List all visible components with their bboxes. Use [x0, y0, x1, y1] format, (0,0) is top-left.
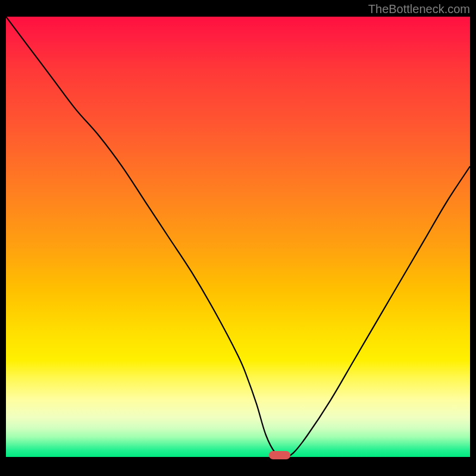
- plot-area: [6, 17, 470, 457]
- minimum-marker: [269, 451, 290, 459]
- curve-layer: [6, 17, 470, 457]
- bottleneck-curve: [6, 17, 470, 457]
- watermark-text: TheBottleneck.com: [368, 2, 470, 16]
